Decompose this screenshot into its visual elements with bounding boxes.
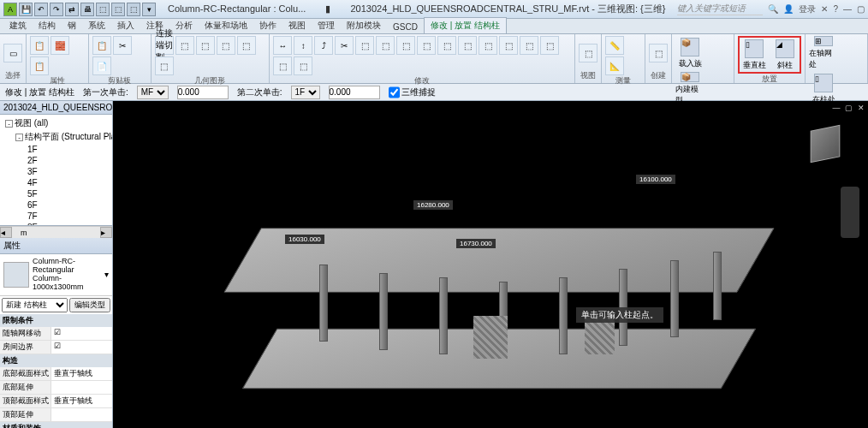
- property-row[interactable]: 顶部延伸: [0, 408, 112, 422]
- ribbon-button[interactable]: ⬚: [294, 56, 312, 75]
- property-category[interactable]: 材质和装饰: [0, 422, 112, 428]
- property-value[interactable]: [51, 381, 112, 394]
- ribbon-button[interactable]: 📄: [92, 56, 111, 75]
- ribbon-button[interactable]: ⬚: [437, 36, 456, 55]
- qat-print-icon[interactable]: 🖶: [80, 3, 94, 16]
- tree-root[interactable]: -视图 (all): [2, 116, 110, 130]
- tree-level-item[interactable]: 6F: [2, 199, 110, 211]
- ribbon-button[interactable]: 连接端切割: [155, 36, 174, 55]
- ribbon-button[interactable]: ⬚: [458, 36, 477, 55]
- property-row[interactable]: 房间边界☑: [0, 341, 112, 354]
- tree-level-item[interactable]: 2F: [2, 155, 110, 166]
- tree-level-item[interactable]: 3F: [2, 166, 110, 177]
- ribbon-button[interactable]: ▯垂直柱: [740, 38, 769, 72]
- qat-button[interactable]: ⬚: [127, 3, 140, 16]
- property-category[interactable]: 构造: [0, 354, 112, 367]
- ribbon-button[interactable]: ↔: [273, 36, 292, 55]
- ribbon-button[interactable]: ✂: [113, 36, 132, 55]
- browser-scrollbar[interactable]: ◂ m ▸: [0, 226, 112, 238]
- ribbon-button[interactable]: ⬚: [196, 36, 215, 55]
- ribbon-button[interactable]: 📐: [605, 56, 624, 75]
- ribbon-button[interactable]: ⬚: [479, 36, 497, 55]
- qat-button[interactable]: ⬚: [96, 3, 110, 16]
- offset1-input[interactable]: [177, 86, 229, 99]
- ribbon-button[interactable]: 📦载入族: [675, 36, 705, 70]
- collapse-icon[interactable]: -: [15, 134, 23, 141]
- ribbon-button[interactable]: ⬚: [217, 36, 235, 55]
- ribbon-button[interactable]: 📋: [30, 36, 49, 55]
- ribbon-button[interactable]: ⬚: [355, 36, 374, 55]
- help-icon[interactable]: ?: [833, 4, 838, 14]
- ribbon-button[interactable]: ⬚: [579, 44, 597, 62]
- tree-level-item[interactable]: 7F: [2, 211, 110, 222]
- app-menu-button[interactable]: A: [3, 3, 17, 16]
- ribbon-tab[interactable]: 视图: [282, 18, 312, 33]
- scroll-track[interactable]: m: [12, 227, 100, 238]
- login-link[interactable]: 登录: [799, 3, 816, 15]
- ribbon-tab[interactable]: 建筑: [3, 18, 33, 33]
- project-browser[interactable]: -视图 (all) -结构平面 (Structural Plan... 1F2F…: [0, 115, 112, 226]
- scroll-left-icon[interactable]: ◂: [0, 227, 12, 238]
- ribbon-button[interactable]: ⬚: [175, 36, 194, 55]
- property-value[interactable]: 垂直于轴线: [51, 367, 112, 380]
- properties-header[interactable]: 属性: [0, 238, 112, 254]
- property-row[interactable]: 底部延伸: [0, 381, 112, 395]
- qat-undo-icon[interactable]: ↶: [34, 3, 48, 16]
- ribbon-tab[interactable]: 结构: [33, 18, 62, 33]
- ribbon-button[interactable]: ▭: [3, 44, 22, 62]
- qat-sync-icon[interactable]: ⇄: [65, 3, 79, 16]
- ribbon-button[interactable]: ⤴: [314, 36, 333, 55]
- ribbon-tab[interactable]: 插入: [111, 18, 140, 33]
- ribbon-tab[interactable]: 体量和场地: [199, 18, 253, 33]
- tree-level-item[interactable]: 4F: [2, 177, 110, 188]
- snap-checkbox-label[interactable]: 三维捕捉: [389, 86, 437, 99]
- ribbon-button[interactable]: ⬚: [396, 36, 415, 55]
- dropdown-icon[interactable]: ▾: [104, 270, 109, 279]
- ribbon-button[interactable]: 📋: [92, 36, 111, 55]
- maximize-icon[interactable]: ▢: [857, 4, 865, 14]
- ribbon-button[interactable]: ⬚: [155, 56, 174, 75]
- ribbon-tab[interactable]: 钢: [62, 18, 82, 33]
- ribbon-button[interactable]: ◢斜柱: [770, 38, 800, 72]
- ribbon-button[interactable]: ⬚: [417, 36, 436, 55]
- property-category[interactable]: 限制条件: [0, 314, 112, 327]
- view-close-icon[interactable]: ✕: [856, 103, 866, 113]
- qat-dropdown-icon[interactable]: ▾: [142, 3, 156, 16]
- property-row[interactable]: 顶部截面样式垂直于轴线: [0, 395, 112, 408]
- qat-save-icon[interactable]: 💾: [19, 3, 33, 16]
- ribbon-button[interactable]: 📏: [605, 36, 624, 55]
- ribbon-button[interactable]: ⬚: [237, 36, 256, 55]
- filter-select[interactable]: 新建 结构柱: [2, 298, 68, 312]
- scroll-right-icon[interactable]: ▸: [100, 227, 112, 238]
- ribbon-button[interactable]: ⬚: [376, 36, 395, 55]
- ribbon-button[interactable]: 🧱: [51, 36, 69, 55]
- ribbon-tab[interactable]: 系统: [82, 18, 111, 33]
- collapse-icon[interactable]: -: [5, 120, 13, 128]
- snap-checkbox[interactable]: [389, 86, 400, 99]
- 3d-viewport[interactable]: — ▢ ✕: [113, 101, 868, 428]
- qat-redo-icon[interactable]: ↷: [50, 3, 63, 16]
- placement2-select[interactable]: 1F: [291, 86, 320, 99]
- property-value[interactable]: [51, 408, 112, 421]
- ribbon-button[interactable]: ↕: [294, 36, 312, 55]
- ribbon-tab[interactable]: 修改 | 放置 结构柱: [424, 17, 507, 33]
- ribbon-button[interactable]: ✂: [335, 36, 354, 55]
- type-selector[interactable]: Column-RC-Rectangular Column-1000x1300mm…: [0, 254, 112, 296]
- ribbon-button[interactable]: ⬚: [649, 44, 668, 62]
- offset2-input[interactable]: [329, 86, 380, 99]
- tree-level-item[interactable]: 5F: [2, 188, 110, 199]
- ribbon-tab[interactable]: 附加模块: [341, 18, 387, 33]
- ribbon-button[interactable]: ⬚: [499, 36, 518, 55]
- property-value[interactable]: 垂直于轴线: [51, 395, 112, 407]
- ribbon-button[interactable]: ⬚: [540, 36, 559, 55]
- ribbon-tab[interactable]: 协作: [253, 18, 282, 33]
- view-maximize-icon[interactable]: ▢: [843, 103, 853, 113]
- ribbon-button[interactable]: 📋: [30, 56, 49, 75]
- property-value[interactable]: ☑: [51, 341, 112, 354]
- property-value[interactable]: ☑: [51, 327, 112, 340]
- property-row[interactable]: 底部截面样式垂直于轴线: [0, 367, 112, 381]
- qat-button[interactable]: ⬚: [111, 3, 125, 16]
- ribbon-button[interactable]: ⬚: [520, 36, 538, 55]
- search-input[interactable]: 键入关键字或短语: [677, 3, 763, 15]
- property-row[interactable]: 随轴网移动☑: [0, 327, 112, 341]
